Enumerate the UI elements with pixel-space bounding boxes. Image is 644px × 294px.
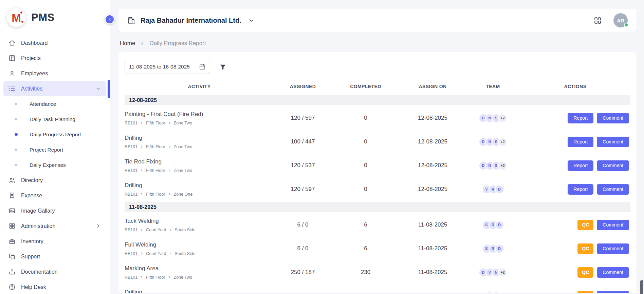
activity-title: Drilling bbox=[125, 289, 274, 293]
online-status-dot bbox=[624, 23, 628, 27]
path-chevron-icon bbox=[168, 193, 171, 196]
path-chevron-icon bbox=[140, 145, 143, 148]
date-range-picker[interactable] bbox=[125, 60, 210, 74]
completed-value: 0 bbox=[332, 138, 400, 145]
qc-button[interactable]: QC bbox=[577, 220, 593, 230]
team-avatar[interactable]: D bbox=[495, 220, 504, 230]
inventory-icon bbox=[8, 238, 16, 245]
employees-icon bbox=[8, 70, 16, 77]
sidebar-subitem-daily-task-planning[interactable]: Daily Task Planning bbox=[3, 112, 106, 127]
sidebar-item-label: Expense bbox=[21, 193, 42, 199]
documentation-icon bbox=[8, 268, 16, 275]
sidebar-item-administration[interactable]: Administration bbox=[3, 218, 106, 234]
sidebar-subitem-attendance[interactable]: Attendance bbox=[3, 96, 106, 112]
sidebar-subitem-project-report[interactable]: Project Report bbox=[3, 142, 106, 157]
sidebar-item-activities[interactable]: Activities bbox=[3, 81, 106, 96]
team-avatar[interactable]: D bbox=[495, 185, 504, 194]
home-icon bbox=[8, 39, 16, 46]
bullet-dot-icon bbox=[15, 164, 17, 166]
company-selector[interactable]: Raja Bahadur International Ltd. bbox=[127, 16, 255, 24]
breadcrumb-home[interactable]: Home bbox=[120, 40, 135, 47]
sidebar-subitem-daily-expenses[interactable]: Daily Expenses bbox=[3, 157, 106, 173]
comment-button[interactable]: Comment bbox=[597, 243, 629, 254]
sidebar-item-support[interactable]: Support bbox=[3, 249, 106, 264]
comment-button[interactable]: Comment bbox=[597, 113, 629, 123]
table-row: DrillingRB101Fifth FloorZone Two100 / 44… bbox=[125, 130, 630, 154]
path-chevron-icon bbox=[140, 169, 143, 172]
filters-row bbox=[125, 60, 630, 74]
qc-button[interactable]: QC bbox=[577, 243, 593, 254]
team-avatar[interactable]: R bbox=[492, 292, 501, 293]
team-avatar[interactable]: D bbox=[495, 244, 504, 253]
sidebar-item-dashboard[interactable]: Dashboard bbox=[3, 35, 106, 51]
activity-title: Marking Area bbox=[125, 265, 274, 272]
activity-cell: Painting - First Coat (Fire Red)RB101Fif… bbox=[125, 111, 274, 125]
path-segment: RB101 bbox=[125, 168, 137, 173]
report-button[interactable]: Report bbox=[568, 160, 593, 171]
sidebar-submenu: AttendanceDaily Task PlanningDaily Progr… bbox=[3, 96, 106, 173]
qc-button[interactable]: QC bbox=[577, 291, 593, 293]
team-extra-badge[interactable]: +2 bbox=[498, 161, 507, 170]
completed-value: 6 bbox=[332, 221, 400, 228]
apps-grid-icon[interactable] bbox=[593, 16, 602, 25]
sidebar-subitem-label: Attendance bbox=[30, 101, 56, 107]
report-button[interactable]: Report bbox=[568, 184, 593, 195]
row-actions: ReportComment bbox=[520, 160, 630, 171]
row-actions: ReportComment bbox=[520, 184, 630, 195]
sidebar-item-projects[interactable]: Projects bbox=[3, 51, 106, 66]
logo-letter: M bbox=[12, 12, 21, 23]
sidebar-item-inventory[interactable]: Inventory bbox=[3, 234, 106, 249]
path-chevron-icon bbox=[168, 169, 171, 172]
activity-cell: Tack WeldingRB101Court YardSouth Side bbox=[125, 218, 274, 232]
path-chevron-icon bbox=[140, 121, 143, 124]
comment-button[interactable]: Comment bbox=[597, 291, 629, 293]
report-button[interactable]: Report bbox=[568, 137, 593, 147]
user-menu[interactable]: AD bbox=[613, 13, 628, 27]
sidebar-item-help-desk[interactable]: Help Desk bbox=[3, 279, 106, 294]
sidebar-item-expense[interactable]: Expense bbox=[3, 188, 106, 203]
sidebar-item-label: Help Desk bbox=[21, 284, 46, 290]
assign-on-value: 12-08-2025 bbox=[400, 138, 466, 145]
team-extra-badge[interactable]: +2 bbox=[498, 268, 507, 277]
sidebar-subitem-label: Daily Progress Report bbox=[30, 132, 81, 138]
vertical-scrollbar[interactable] bbox=[640, 280, 643, 294]
filter-icon[interactable] bbox=[219, 63, 227, 71]
comment-button[interactable]: Comment bbox=[597, 184, 629, 195]
path-segment: Court Yard bbox=[146, 251, 166, 256]
sidebar-item-label: Inventory bbox=[21, 238, 43, 244]
column-header-completed: COMPLETED bbox=[332, 84, 400, 89]
chevron-right-icon bbox=[140, 41, 145, 46]
comment-button[interactable]: Comment bbox=[597, 137, 629, 147]
activity-path: RB101Fifth FloorZone Two bbox=[125, 168, 274, 173]
path-chevron-icon bbox=[168, 121, 171, 124]
sidebar-item-directory[interactable]: Directory bbox=[3, 173, 106, 188]
chevron-down-icon bbox=[248, 17, 255, 24]
comment-button[interactable]: Comment bbox=[597, 160, 629, 171]
sidebar-subitem-daily-progress-report[interactable]: Daily Progress Report bbox=[3, 127, 106, 142]
team-extra-badge[interactable]: +2 bbox=[498, 114, 507, 123]
bullet-dot-icon bbox=[15, 149, 17, 151]
path-segment: South Side bbox=[175, 228, 196, 232]
breadcrumb: Home Daily Progress Report bbox=[120, 40, 637, 47]
row-actions: QCComment bbox=[520, 267, 630, 278]
sidebar-item-employees[interactable]: Employees bbox=[3, 66, 106, 81]
comment-button[interactable]: Comment bbox=[597, 220, 629, 230]
sidebar-item-label: Directory bbox=[21, 177, 43, 183]
report-button[interactable]: Report bbox=[568, 113, 593, 123]
sidebar-item-documentation[interactable]: Documentation bbox=[3, 264, 106, 279]
qc-button[interactable]: QC bbox=[577, 267, 593, 278]
path-segment: Zone Two bbox=[174, 168, 192, 173]
assign-on-value: 12-08-2025 bbox=[400, 115, 466, 121]
logo-dot bbox=[20, 12, 22, 14]
team-extra-badge[interactable]: +2 bbox=[498, 137, 507, 146]
sidebar-item-image-gallary[interactable]: Image Gallary bbox=[3, 203, 106, 218]
date-range-input[interactable] bbox=[129, 64, 196, 70]
breadcrumb-current: Daily Progress Report bbox=[149, 40, 206, 47]
top-header: Raja Bahadur International Ltd. AD bbox=[118, 9, 637, 32]
sidebar-collapse-button[interactable] bbox=[105, 14, 115, 24]
activity-cell: Tie Rod FixingRB101Fifth FloorZone Two bbox=[125, 158, 274, 173]
team-avatars: SRD bbox=[466, 244, 520, 253]
bullet-dot-icon bbox=[15, 103, 17, 105]
activity-title: Tack Welding bbox=[125, 218, 274, 224]
comment-button[interactable]: Comment bbox=[597, 267, 629, 278]
